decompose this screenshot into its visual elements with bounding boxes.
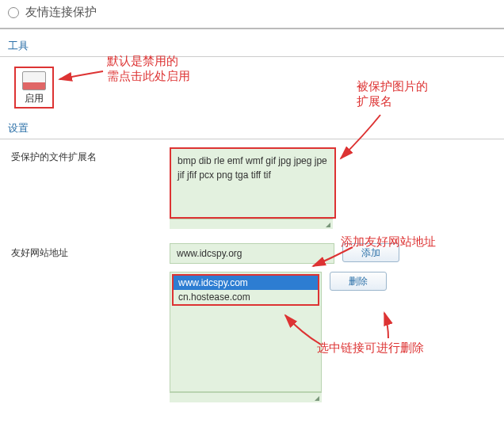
enable-button-label: 启用: [17, 92, 51, 105]
friendly-site-list[interactable]: www.idcspy.com cn.hostease.com: [170, 272, 322, 392]
resize-handle-icon[interactable]: [170, 392, 322, 402]
page-title-row: 友情连接保护: [0, 0, 504, 29]
resize-handle-icon[interactable]: [170, 219, 333, 229]
section-settings-header: 设置: [0, 112, 504, 139]
section-tools-header: 工具: [0, 29, 504, 57]
protected-ext-label: 受保护的文件扩展名: [11, 147, 170, 164]
add-button[interactable]: 添加: [342, 243, 399, 262]
list-item[interactable]: cn.hostease.com: [174, 290, 318, 304]
friendly-sites-label: 友好网站地址: [11, 243, 170, 260]
title-radio[interactable]: [8, 7, 19, 18]
protected-ext-textarea[interactable]: bmp dib rle emf wmf gif jpg jpeg jpe jif…: [170, 147, 336, 219]
enable-icon: [22, 71, 46, 90]
list-item[interactable]: www.idcspy.com: [174, 276, 318, 290]
page-title: 友情连接保护: [25, 5, 97, 20]
enable-button[interactable]: 启用: [14, 67, 54, 109]
friendly-site-input[interactable]: [170, 243, 334, 264]
delete-button[interactable]: 删除: [330, 272, 387, 291]
